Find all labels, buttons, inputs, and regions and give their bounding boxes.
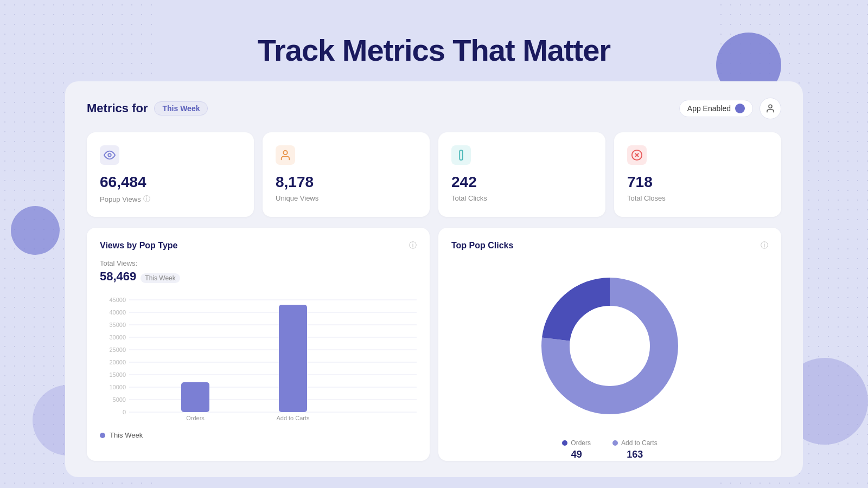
metrics-for-text: Metrics for bbox=[87, 101, 148, 115]
svg-text:35000: 35000 bbox=[109, 322, 126, 328]
svg-text:30000: 30000 bbox=[109, 334, 126, 341]
total-clicks-value: 242 bbox=[451, 174, 592, 191]
total-closes-value: 718 bbox=[627, 174, 768, 191]
bar-chart-panel: Views by Pop Type ⓘ Total Views: 58,469 … bbox=[87, 228, 430, 461]
total-views-value: 58,469 This Week bbox=[100, 269, 417, 284]
svg-text:0: 0 bbox=[123, 409, 126, 415]
donut-chart-header: Top Pop Clicks ⓘ bbox=[451, 241, 768, 251]
bar-add-to-carts bbox=[279, 305, 307, 412]
total-closes-icon bbox=[627, 145, 647, 165]
donut-add-to-carts-value: 163 bbox=[627, 449, 643, 460]
donut-add-to-carts-label: Add to Carts bbox=[621, 439, 658, 447]
unique-views-value: 8,178 bbox=[276, 174, 417, 191]
svg-text:10000: 10000 bbox=[109, 384, 126, 390]
svg-text:40000: 40000 bbox=[109, 309, 126, 316]
svg-point-1 bbox=[108, 153, 111, 157]
stat-card-total-clicks: 242 Total Clicks bbox=[438, 132, 605, 217]
svg-text:Add to Carts: Add to Carts bbox=[276, 415, 310, 421]
total-views-period: This Week bbox=[141, 273, 180, 283]
stat-cards-row: 66,484 Popup Views ⓘ 8,178 Unique Views bbox=[87, 132, 781, 217]
user-icon bbox=[765, 104, 775, 113]
popup-views-icon bbox=[100, 145, 119, 165]
unique-views-label: Unique Views bbox=[276, 194, 417, 202]
bar-chart-svg: 45000 40000 35000 30000 25000 20000 1500… bbox=[105, 294, 417, 425]
donut-orders-value: 49 bbox=[571, 449, 582, 460]
popup-views-value: 66,484 bbox=[100, 174, 241, 191]
svg-point-0 bbox=[769, 105, 772, 108]
bar-chart-info-icon[interactable]: ⓘ bbox=[409, 241, 417, 251]
total-clicks-label: Total Clicks bbox=[451, 194, 592, 202]
donut-legend-orders: Orders 49 bbox=[562, 439, 591, 460]
donut-center bbox=[571, 307, 649, 385]
total-views-label: Total Views: bbox=[100, 259, 417, 267]
svg-rect-3 bbox=[459, 150, 463, 160]
bar-chart-title: Views by Pop Type bbox=[100, 241, 177, 251]
donut-chart-title: Top Pop Clicks bbox=[451, 241, 513, 251]
stat-card-unique-views: 8,178 Unique Views bbox=[263, 132, 430, 217]
svg-text:15000: 15000 bbox=[109, 371, 126, 378]
donut-add-to-carts-dot bbox=[612, 440, 618, 446]
page-header: Track Metrics That Matter bbox=[0, 33, 868, 68]
svg-text:45000: 45000 bbox=[109, 297, 126, 303]
donut-legend-add-to-carts: Add to Carts 163 bbox=[612, 439, 658, 460]
legend-dot bbox=[100, 433, 105, 438]
svg-text:20000: 20000 bbox=[109, 359, 126, 365]
user-avatar-button[interactable] bbox=[760, 98, 781, 119]
donut-svg-wrap bbox=[534, 270, 686, 424]
bar-chart-header: Views by Pop Type ⓘ bbox=[100, 241, 417, 251]
donut-svg bbox=[534, 270, 686, 422]
bar-chart-area: 45000 40000 35000 30000 25000 20000 1500… bbox=[105, 294, 417, 425]
donut-chart-info-icon[interactable]: ⓘ bbox=[761, 241, 768, 251]
total-closes-label: Total Closes bbox=[627, 194, 768, 202]
period-badge[interactable]: This Week bbox=[154, 101, 208, 115]
stat-card-total-closes: 718 Total Closes bbox=[614, 132, 781, 217]
donut-container: Orders 49 Add to Carts 163 bbox=[451, 259, 768, 460]
legend-label: This Week bbox=[110, 431, 143, 439]
chart-legend: This Week bbox=[100, 431, 417, 439]
header-right: App Enabled bbox=[679, 98, 781, 119]
svg-text:25000: 25000 bbox=[109, 346, 126, 353]
unique-views-icon bbox=[276, 145, 295, 165]
app-enabled-label: App Enabled bbox=[687, 104, 731, 113]
donut-orders-dot bbox=[562, 440, 567, 446]
svg-point-2 bbox=[283, 151, 287, 155]
bottom-panels: Views by Pop Type ⓘ Total Views: 58,469 … bbox=[87, 228, 781, 461]
total-clicks-icon bbox=[451, 145, 471, 165]
app-enabled-toggle[interactable]: App Enabled bbox=[679, 100, 753, 117]
donut-orders-label: Orders bbox=[571, 439, 591, 447]
dashboard-card: Metrics for This Week App Enabled bbox=[65, 81, 803, 477]
popup-views-info-icon[interactable]: ⓘ bbox=[143, 194, 150, 204]
bg-circle-left-mid bbox=[11, 206, 60, 255]
bar-orders bbox=[181, 382, 209, 412]
donut-chart-panel: Top Pop Clicks ⓘ bbox=[438, 228, 781, 461]
toggle-indicator bbox=[735, 104, 745, 113]
svg-text:5000: 5000 bbox=[113, 396, 126, 403]
metrics-header: Metrics for This Week App Enabled bbox=[87, 98, 781, 119]
page-title: Track Metrics That Matter bbox=[0, 33, 868, 68]
popup-views-label: Popup Views ⓘ bbox=[100, 194, 241, 204]
svg-text:Orders: Orders bbox=[186, 415, 205, 421]
stat-card-popup-views: 66,484 Popup Views ⓘ bbox=[87, 132, 254, 217]
donut-legend: Orders 49 Add to Carts 163 bbox=[562, 439, 657, 460]
metrics-for-section: Metrics for This Week bbox=[87, 101, 208, 115]
